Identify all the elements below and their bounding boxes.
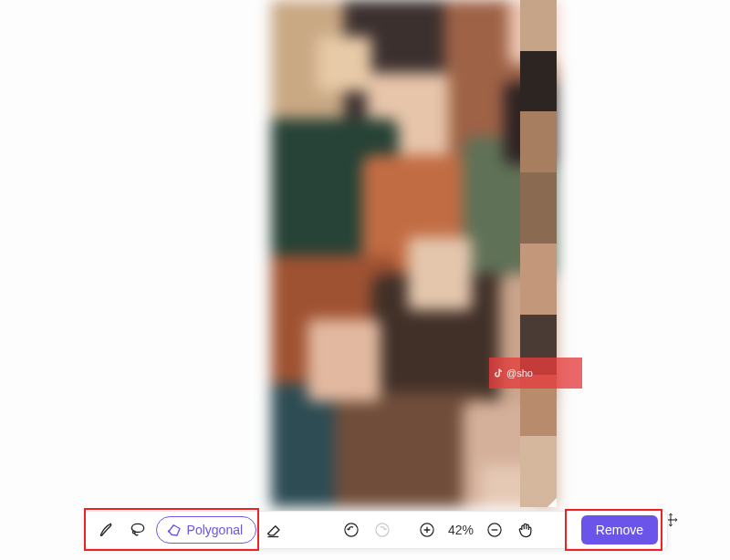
watermark-text: @sho xyxy=(506,368,533,379)
lasso-icon xyxy=(129,521,147,539)
undo-icon xyxy=(342,521,360,539)
zoom-out-icon xyxy=(485,521,504,539)
image-edge-strip xyxy=(520,0,557,507)
undo-button[interactable] xyxy=(339,516,364,544)
zoom-in-icon xyxy=(418,521,436,539)
svg-point-0 xyxy=(132,531,135,534)
brush-tool[interactable] xyxy=(94,516,120,544)
zoom-in-button[interactable] xyxy=(414,516,440,544)
polygonal-icon xyxy=(166,522,182,538)
redo-button xyxy=(370,516,395,544)
hand-icon xyxy=(516,521,535,539)
image-corner xyxy=(548,498,557,507)
svg-point-1 xyxy=(167,530,169,532)
zoom-percent: 42% xyxy=(445,523,476,537)
brush-icon xyxy=(98,521,116,539)
polygonal-tool[interactable]: Polygonal xyxy=(156,516,257,544)
remove-label: Remove xyxy=(596,523,643,537)
svg-point-2 xyxy=(345,524,358,536)
zoom-out-button[interactable] xyxy=(482,516,507,544)
lasso-tool[interactable] xyxy=(125,516,151,544)
eraser-icon xyxy=(266,521,284,539)
watermark-selection[interactable]: @sho xyxy=(489,358,582,389)
editor-toolbar: Polygonal 42% xyxy=(84,511,668,549)
polygonal-label: Polygonal xyxy=(187,523,244,537)
pan-tool[interactable] xyxy=(513,516,538,544)
remove-button[interactable]: Remove xyxy=(581,515,658,544)
tiktok-icon xyxy=(493,368,504,379)
svg-point-3 xyxy=(376,524,389,536)
eraser-tool[interactable] xyxy=(262,516,287,544)
image-canvas[interactable] xyxy=(271,0,557,507)
redo-icon xyxy=(373,521,391,539)
